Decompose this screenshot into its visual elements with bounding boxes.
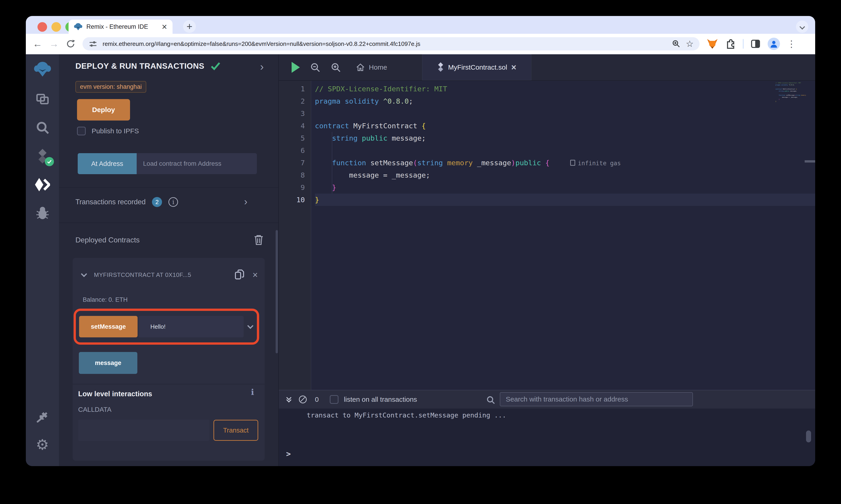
listen-checkbox[interactable]: [330, 395, 339, 404]
code-line: [315, 144, 815, 157]
new-tab-button[interactable]: +: [183, 20, 196, 33]
tab-close-icon[interactable]: ×: [511, 63, 516, 72]
load-contract-input[interactable]: [137, 153, 257, 174]
contract-balance: Balance: 0. ETH: [83, 296, 128, 303]
traffic-close-button[interactable]: [37, 22, 47, 32]
terminal-toolbar: 0 listen on all transactions: [279, 390, 815, 409]
set-message-button[interactable]: setMessage: [79, 316, 138, 337]
terminal-prompt[interactable]: >: [286, 449, 291, 458]
reload-button[interactable]: [66, 39, 76, 49]
line-number: 8: [279, 169, 305, 181]
code-line: [775, 86, 806, 88]
site-settings-icon[interactable]: [88, 39, 98, 48]
message-getter-button[interactable]: message: [79, 352, 137, 374]
deploy-run-icon[interactable]: [35, 178, 50, 192]
transact-button[interactable]: Transact: [213, 420, 258, 441]
terminal-search-input[interactable]: [500, 392, 693, 406]
panel-collapse-icon[interactable]: ›: [260, 61, 264, 72]
at-address-row: At Address: [78, 153, 257, 174]
code-line: contract MyFirstContract {: [775, 88, 806, 90]
line-number: 3: [279, 107, 305, 120]
chevron-down-icon: [800, 24, 805, 30]
code-line: // SPDX-License-Identifier: MIT: [315, 83, 815, 95]
zoom-page-icon[interactable]: [672, 39, 681, 48]
low-level-info-icon[interactable]: i: [251, 387, 254, 397]
editor-code-area[interactable]: // SPDX-License-Identifier: MITpragma so…: [311, 81, 815, 390]
debugger-icon[interactable]: [35, 206, 50, 220]
url-bar[interactable]: remix.ethereum.org/#lang=en&optimize=fal…: [83, 37, 700, 51]
browser-menu-icon[interactable]: ⋮: [787, 39, 796, 49]
panel-scrollbar[interactable]: [276, 230, 278, 353]
search-icon[interactable]: [35, 121, 50, 135]
split-view-icon[interactable]: [750, 39, 761, 49]
tab-close-icon[interactable]: ×: [162, 22, 167, 31]
deploy-button[interactable]: Deploy: [77, 99, 130, 121]
remix-favicon-icon: [74, 23, 82, 31]
zoom-out-icon[interactable]: [310, 62, 321, 73]
publish-ipfs-label: Publish to IPFS: [92, 127, 139, 135]
calldata-input[interactable]: [78, 419, 209, 441]
compile-success-badge: [45, 157, 54, 166]
deployed-contract-card: MYFIRSTCONTRACT AT 0X10F...5 × Balance: …: [73, 258, 265, 461]
code-lines: // SPDX-License-Identifier: MITpragma so…: [315, 83, 815, 206]
transactions-recorded-row: Transactions recorded 2 i: [75, 197, 178, 207]
profile-avatar[interactable]: [768, 38, 780, 50]
tab-file-label: MyFirstContract.sol: [448, 64, 507, 71]
code-editor[interactable]: 12345678910 // SPDX-License-Identifier: …: [279, 81, 815, 390]
card-divider: [73, 384, 265, 384]
metamask-extension-icon[interactable]: [706, 38, 718, 50]
code-line: function setMessage(string memory _messa…: [775, 94, 806, 96]
remix-logo-icon[interactable]: [34, 61, 51, 78]
publish-ipfs-checkbox[interactable]: [77, 127, 86, 136]
set-message-input[interactable]: [138, 316, 244, 337]
tab-home-label: Home: [369, 64, 387, 71]
code-line: pragma solidity ^0.8.0;: [315, 95, 815, 107]
run-script-icon[interactable]: [292, 62, 300, 73]
traffic-minimize-button[interactable]: [51, 22, 61, 32]
remove-contract-icon[interactable]: ×: [253, 270, 258, 280]
browser-tab[interactable]: Remix - Ethereum IDE ×: [69, 20, 173, 34]
home-icon: [356, 62, 365, 72]
tab-file[interactable]: MyFirstContract.sol ×: [422, 54, 531, 80]
transactions-expand-icon[interactable]: ›: [244, 196, 247, 207]
code-line: message = _message;: [775, 96, 806, 98]
extensions-icon[interactable]: [725, 38, 736, 49]
file-explorer-icon[interactable]: [35, 92, 50, 106]
url-text[interactable]: remix.ethereum.org/#lang=en&optimize=fal…: [103, 40, 667, 48]
solidity-compiler-icon[interactable]: [36, 149, 49, 163]
tab-title: Remix - Ethereum IDE: [86, 23, 162, 30]
editor-scrollbar[interactable]: [805, 160, 815, 163]
terminal-output[interactable]: transact to MyFirstContract.setMessage p…: [279, 409, 815, 466]
remix-app: ⚙ DEPLOY & RUN TRANSACTIONS › evm versio…: [26, 54, 815, 466]
annotation-highlight-ring: setMessage: [73, 309, 259, 345]
terminal-expand-icon[interactable]: [287, 397, 291, 402]
settings-gear-icon[interactable]: ⚙: [36, 437, 49, 452]
copy-address-icon[interactable]: [234, 269, 245, 281]
tab-home[interactable]: Home: [356, 62, 387, 72]
bookmark-icon[interactable]: ☆: [686, 39, 693, 49]
code-line: }: [775, 100, 806, 102]
transactions-count-badge: 2: [152, 197, 162, 207]
line-number: 1: [279, 83, 305, 95]
line-number: 10: [279, 194, 305, 206]
code-line: contract MyFirstContract {: [315, 120, 815, 132]
indent-guide: [332, 132, 332, 194]
browser-tab-strip: Remix - Ethereum IDE × +: [26, 16, 815, 34]
editor-minimap[interactable]: // SPDX-License-Identifier: MITpragma so…: [775, 82, 806, 109]
expand-params-icon[interactable]: [247, 323, 254, 329]
terminal-scrollbar[interactable]: [806, 431, 811, 443]
at-address-button[interactable]: At Address: [78, 153, 137, 174]
panel-title-text: DEPLOY & RUN TRANSACTIONS: [75, 61, 204, 71]
code-line: // SPDX-License-Identifier: MIT: [775, 82, 806, 84]
clear-console-icon[interactable]: [299, 396, 307, 403]
forward-button[interactable]: →: [49, 39, 59, 49]
plugin-manager-icon[interactable]: [35, 409, 50, 423]
listen-label: listen on all transactions: [344, 396, 417, 403]
back-button[interactable]: ←: [33, 39, 42, 49]
zoom-in-icon[interactable]: [330, 62, 341, 73]
info-icon[interactable]: i: [168, 197, 178, 207]
tab-search-button[interactable]: [796, 20, 808, 33]
contract-header[interactable]: MYFIRSTCONTRACT AT 0X10F...5 ×: [82, 269, 258, 281]
chevron-down-icon[interactable]: [81, 271, 87, 277]
trash-icon[interactable]: [254, 234, 264, 245]
